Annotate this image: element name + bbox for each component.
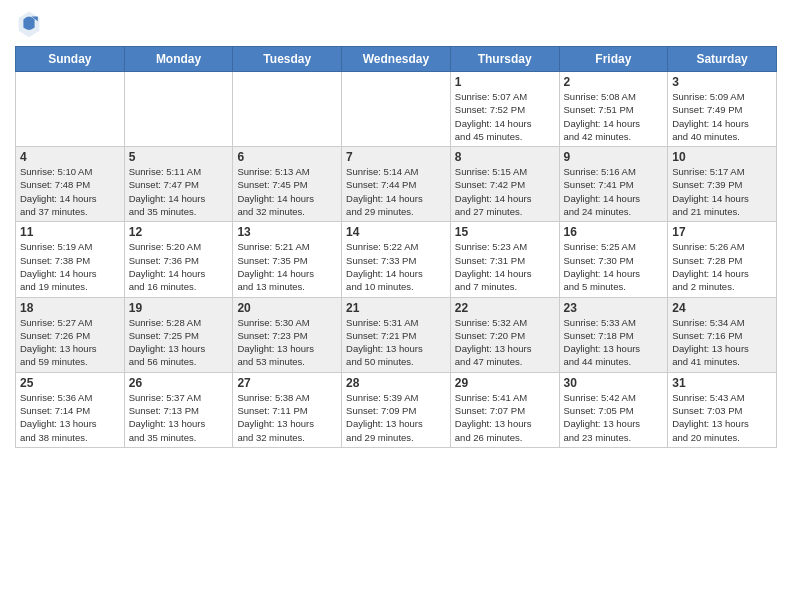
day-info: Sunrise: 5:36 AMSunset: 7:14 PMDaylight:…	[20, 391, 120, 444]
logo	[15, 10, 41, 38]
day-info: Sunrise: 5:09 AMSunset: 7:49 PMDaylight:…	[672, 90, 772, 143]
day-info: Sunrise: 5:07 AMSunset: 7:52 PMDaylight:…	[455, 90, 555, 143]
weekday-header-tuesday: Tuesday	[233, 47, 342, 72]
calendar-cell: 13Sunrise: 5:21 AMSunset: 7:35 PMDayligh…	[233, 222, 342, 297]
day-number: 31	[672, 376, 772, 390]
page: SundayMondayTuesdayWednesdayThursdayFrid…	[0, 0, 792, 612]
day-number: 4	[20, 150, 120, 164]
calendar-cell: 16Sunrise: 5:25 AMSunset: 7:30 PMDayligh…	[559, 222, 668, 297]
day-number: 22	[455, 301, 555, 315]
weekday-header-row: SundayMondayTuesdayWednesdayThursdayFrid…	[16, 47, 777, 72]
logo-icon	[17, 10, 41, 38]
day-info: Sunrise: 5:16 AMSunset: 7:41 PMDaylight:…	[564, 165, 664, 218]
calendar-cell: 4Sunrise: 5:10 AMSunset: 7:48 PMDaylight…	[16, 147, 125, 222]
day-info: Sunrise: 5:30 AMSunset: 7:23 PMDaylight:…	[237, 316, 337, 369]
calendar-cell: 17Sunrise: 5:26 AMSunset: 7:28 PMDayligh…	[668, 222, 777, 297]
day-info: Sunrise: 5:08 AMSunset: 7:51 PMDaylight:…	[564, 90, 664, 143]
calendar-cell: 18Sunrise: 5:27 AMSunset: 7:26 PMDayligh…	[16, 297, 125, 372]
day-info: Sunrise: 5:13 AMSunset: 7:45 PMDaylight:…	[237, 165, 337, 218]
day-number: 26	[129, 376, 229, 390]
day-number: 23	[564, 301, 664, 315]
day-info: Sunrise: 5:25 AMSunset: 7:30 PMDaylight:…	[564, 240, 664, 293]
day-info: Sunrise: 5:14 AMSunset: 7:44 PMDaylight:…	[346, 165, 446, 218]
calendar-cell: 30Sunrise: 5:42 AMSunset: 7:05 PMDayligh…	[559, 372, 668, 447]
calendar-cell: 10Sunrise: 5:17 AMSunset: 7:39 PMDayligh…	[668, 147, 777, 222]
day-number: 10	[672, 150, 772, 164]
day-number: 7	[346, 150, 446, 164]
calendar-cell: 28Sunrise: 5:39 AMSunset: 7:09 PMDayligh…	[342, 372, 451, 447]
day-number: 21	[346, 301, 446, 315]
day-number: 27	[237, 376, 337, 390]
calendar-week-row: 1Sunrise: 5:07 AMSunset: 7:52 PMDaylight…	[16, 72, 777, 147]
day-number: 6	[237, 150, 337, 164]
weekday-header-friday: Friday	[559, 47, 668, 72]
calendar-cell: 25Sunrise: 5:36 AMSunset: 7:14 PMDayligh…	[16, 372, 125, 447]
weekday-header-saturday: Saturday	[668, 47, 777, 72]
day-info: Sunrise: 5:22 AMSunset: 7:33 PMDaylight:…	[346, 240, 446, 293]
day-info: Sunrise: 5:43 AMSunset: 7:03 PMDaylight:…	[672, 391, 772, 444]
day-info: Sunrise: 5:21 AMSunset: 7:35 PMDaylight:…	[237, 240, 337, 293]
day-info: Sunrise: 5:15 AMSunset: 7:42 PMDaylight:…	[455, 165, 555, 218]
day-number: 5	[129, 150, 229, 164]
header	[15, 10, 777, 38]
calendar-cell: 1Sunrise: 5:07 AMSunset: 7:52 PMDaylight…	[450, 72, 559, 147]
weekday-header-sunday: Sunday	[16, 47, 125, 72]
calendar-cell: 2Sunrise: 5:08 AMSunset: 7:51 PMDaylight…	[559, 72, 668, 147]
day-number: 12	[129, 225, 229, 239]
calendar-cell: 31Sunrise: 5:43 AMSunset: 7:03 PMDayligh…	[668, 372, 777, 447]
day-number: 3	[672, 75, 772, 89]
calendar-table: SundayMondayTuesdayWednesdayThursdayFrid…	[15, 46, 777, 448]
calendar-cell	[233, 72, 342, 147]
calendar-cell: 11Sunrise: 5:19 AMSunset: 7:38 PMDayligh…	[16, 222, 125, 297]
day-info: Sunrise: 5:32 AMSunset: 7:20 PMDaylight:…	[455, 316, 555, 369]
day-info: Sunrise: 5:38 AMSunset: 7:11 PMDaylight:…	[237, 391, 337, 444]
day-info: Sunrise: 5:42 AMSunset: 7:05 PMDaylight:…	[564, 391, 664, 444]
day-number: 18	[20, 301, 120, 315]
day-number: 1	[455, 75, 555, 89]
weekday-header-monday: Monday	[124, 47, 233, 72]
day-number: 29	[455, 376, 555, 390]
day-number: 28	[346, 376, 446, 390]
day-number: 16	[564, 225, 664, 239]
calendar-cell: 24Sunrise: 5:34 AMSunset: 7:16 PMDayligh…	[668, 297, 777, 372]
day-number: 19	[129, 301, 229, 315]
calendar-cell: 20Sunrise: 5:30 AMSunset: 7:23 PMDayligh…	[233, 297, 342, 372]
day-info: Sunrise: 5:33 AMSunset: 7:18 PMDaylight:…	[564, 316, 664, 369]
calendar-cell: 22Sunrise: 5:32 AMSunset: 7:20 PMDayligh…	[450, 297, 559, 372]
calendar-cell: 21Sunrise: 5:31 AMSunset: 7:21 PMDayligh…	[342, 297, 451, 372]
day-info: Sunrise: 5:41 AMSunset: 7:07 PMDaylight:…	[455, 391, 555, 444]
day-number: 13	[237, 225, 337, 239]
calendar-cell: 9Sunrise: 5:16 AMSunset: 7:41 PMDaylight…	[559, 147, 668, 222]
calendar-cell: 19Sunrise: 5:28 AMSunset: 7:25 PMDayligh…	[124, 297, 233, 372]
day-info: Sunrise: 5:20 AMSunset: 7:36 PMDaylight:…	[129, 240, 229, 293]
calendar-cell: 12Sunrise: 5:20 AMSunset: 7:36 PMDayligh…	[124, 222, 233, 297]
day-info: Sunrise: 5:23 AMSunset: 7:31 PMDaylight:…	[455, 240, 555, 293]
day-number: 17	[672, 225, 772, 239]
day-info: Sunrise: 5:10 AMSunset: 7:48 PMDaylight:…	[20, 165, 120, 218]
calendar-week-row: 4Sunrise: 5:10 AMSunset: 7:48 PMDaylight…	[16, 147, 777, 222]
calendar-cell: 7Sunrise: 5:14 AMSunset: 7:44 PMDaylight…	[342, 147, 451, 222]
calendar-cell	[342, 72, 451, 147]
calendar-week-row: 11Sunrise: 5:19 AMSunset: 7:38 PMDayligh…	[16, 222, 777, 297]
day-number: 9	[564, 150, 664, 164]
weekday-header-wednesday: Wednesday	[342, 47, 451, 72]
calendar-cell: 3Sunrise: 5:09 AMSunset: 7:49 PMDaylight…	[668, 72, 777, 147]
day-info: Sunrise: 5:28 AMSunset: 7:25 PMDaylight:…	[129, 316, 229, 369]
day-info: Sunrise: 5:34 AMSunset: 7:16 PMDaylight:…	[672, 316, 772, 369]
day-info: Sunrise: 5:19 AMSunset: 7:38 PMDaylight:…	[20, 240, 120, 293]
calendar-cell: 27Sunrise: 5:38 AMSunset: 7:11 PMDayligh…	[233, 372, 342, 447]
day-info: Sunrise: 5:27 AMSunset: 7:26 PMDaylight:…	[20, 316, 120, 369]
day-info: Sunrise: 5:31 AMSunset: 7:21 PMDaylight:…	[346, 316, 446, 369]
calendar-cell: 14Sunrise: 5:22 AMSunset: 7:33 PMDayligh…	[342, 222, 451, 297]
calendar-cell	[124, 72, 233, 147]
day-info: Sunrise: 5:26 AMSunset: 7:28 PMDaylight:…	[672, 240, 772, 293]
calendar-cell: 15Sunrise: 5:23 AMSunset: 7:31 PMDayligh…	[450, 222, 559, 297]
day-info: Sunrise: 5:37 AMSunset: 7:13 PMDaylight:…	[129, 391, 229, 444]
calendar-cell: 8Sunrise: 5:15 AMSunset: 7:42 PMDaylight…	[450, 147, 559, 222]
calendar-cell: 5Sunrise: 5:11 AMSunset: 7:47 PMDaylight…	[124, 147, 233, 222]
day-number: 24	[672, 301, 772, 315]
day-number: 30	[564, 376, 664, 390]
day-info: Sunrise: 5:17 AMSunset: 7:39 PMDaylight:…	[672, 165, 772, 218]
day-number: 11	[20, 225, 120, 239]
calendar-week-row: 25Sunrise: 5:36 AMSunset: 7:14 PMDayligh…	[16, 372, 777, 447]
